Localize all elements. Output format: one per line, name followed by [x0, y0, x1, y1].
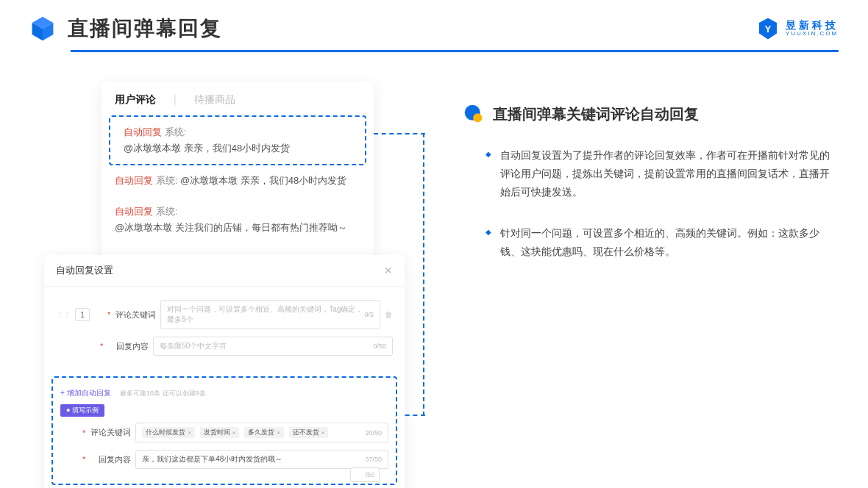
example-reply-count: 37/50 — [365, 456, 382, 463]
tag-remove-icon[interactable]: × — [321, 429, 325, 436]
page-title: 直播间弹幕回复 — [68, 15, 222, 43]
example-keyword-input[interactable]: 什么时候发货× 发货时间× 多久发货× 还不发货× 20/50 — [135, 423, 388, 442]
chat-bubble-icon — [463, 104, 484, 124]
svg-point-5 — [473, 113, 482, 122]
section-title: 直播间弹幕关键词评论自动回复 — [493, 104, 699, 124]
required-star-icon: * — [82, 428, 85, 437]
comment-text: @冰墩墩本墩 亲亲，我们48小时内发货 — [124, 140, 290, 157]
comment-text: @冰墩墩本墩 关注我们的店铺，每日都有热门推荐呦～ — [115, 220, 347, 236]
page-header: 直播间弹幕回复 Y 昱新科技 YUUXIN.COM — [0, 0, 868, 50]
add-hint: 最多可建10条 还可以创建9条 — [120, 390, 206, 397]
required-star-icon: * — [107, 310, 110, 319]
tab-pending-goods[interactable]: 待播商品 — [194, 93, 235, 107]
example-reply-text: 亲，我们这边都是下单48小时内发货的哦～ — [142, 454, 282, 464]
tag-remove-icon[interactable]: × — [232, 429, 236, 436]
keyword-tag[interactable]: 什么时候发货× — [142, 427, 195, 438]
reply-placeholder: 每条限50个中文字符 — [160, 341, 227, 351]
tag-remove-icon[interactable]: × — [188, 429, 191, 436]
right-column: 直播间弹幕关键词评论自动回复 自动回复设置为了提升作者的评论回复效率，作者可在开… — [434, 82, 839, 488]
comment-tabs: 用户评论 | 待播商品 — [102, 93, 374, 115]
keyword-config-row: ⋮⋮ 1 * 评论关键词 对同一个问题，可设置多个相近、高频的关键词，Tag确定… — [56, 300, 393, 329]
example-keyword-row: * 评论关键词 什么时候发货× 发货时间× 多久发货× 还不发货× 20/50 — [60, 423, 388, 442]
reply-field-label: 回复内容 — [107, 341, 149, 352]
trash-icon[interactable]: 🗑 — [385, 310, 393, 319]
comments-card: 用户评论 | 待播商品 自动回复 系统: @冰墩墩本墩 亲亲，我们48小时内发货… — [102, 82, 374, 258]
connector-line — [374, 133, 425, 134]
example-reply-label: 回复内容 — [90, 454, 131, 465]
svg-text:Y: Y — [765, 24, 772, 35]
reply-count: 0/50 — [373, 342, 386, 350]
example-keyword-count: 20/50 — [365, 429, 382, 437]
keyword-tag[interactable]: 还不发货× — [289, 427, 329, 438]
keyword-input[interactable]: 对同一个问题，可设置多个相近、高频的关键词，Tag确定，最多5个 0/5 — [160, 300, 380, 329]
cube-icon — [29, 15, 56, 42]
keyword-count: 0/5 — [364, 311, 374, 318]
bullet-item: 针对同一个问题，可设置多个相近的、高频的关键词。例如：这款多少钱、这块能优惠吗、… — [485, 224, 839, 261]
example-block: + 增加自动回复 最多可建10条 还可以创建9条 ● 填写示例 * 评论关键词 … — [51, 376, 397, 485]
reply-config-row: * 回复内容 每条限50个中文字符 0/50 — [56, 337, 393, 356]
drag-handle-icon[interactable]: ⋮⋮ — [56, 311, 71, 319]
bullet-item: 自动回复设置为了提升作者的评论回复效率，作者可在开播前针对常见的评论用户问题，提… — [485, 146, 839, 202]
required-star-icon: * — [82, 455, 85, 464]
feature-bullets: 自动回复设置为了提升作者的评论回复效率，作者可在开播前针对常见的评论用户问题，提… — [463, 146, 839, 261]
auto-reply-tag: 自动回复 — [124, 124, 162, 140]
auto-reply-tag: 自动回复 — [115, 173, 153, 189]
brand-name-en: YUUXIN.COM — [786, 31, 839, 37]
system-label: 系统: — [156, 173, 178, 189]
comment-text: @冰墩墩本墩 亲亲，我们48小时内发货 — [180, 173, 346, 189]
reply-input[interactable]: 每条限50个中文字符 0/50 — [153, 337, 393, 356]
close-icon[interactable]: ✕ — [384, 265, 393, 276]
example-badge: ● 填写示例 — [60, 404, 104, 417]
header-left: 直播间弹幕回复 — [29, 15, 222, 43]
tag-remove-icon[interactable]: × — [277, 429, 280, 436]
required-star-icon: * — [100, 342, 103, 351]
ghost-count: /50 — [350, 467, 380, 482]
comment-row: 自动回复 系统: @冰墩墩本墩 亲亲，我们48小时内发货 — [102, 165, 374, 196]
tag-container: 什么时候发货× 发货时间× 多久发货× 还不发货× — [142, 427, 331, 438]
comment-row: 自动回复 系统: @冰墩墩本墩 亲亲，我们48小时内发货 — [110, 117, 365, 164]
keyword-placeholder: 对同一个问题，可设置多个相近、高频的关键词，Tag确定，最多5个 — [167, 304, 364, 325]
comment-row: 自动回复 系统: @冰墩墩本墩 关注我们的店铺，每日都有热门推荐呦～ — [102, 196, 374, 243]
example-reply-input[interactable]: 亲，我们这边都是下单48小时内发货的哦～ 37/50 — [135, 450, 388, 469]
brand-logo: Y 昱新科技 YUUXIN.COM — [756, 17, 839, 40]
settings-header: 自动回复设置 ✕ — [44, 255, 405, 287]
example-reply-row: * 回复内容 亲，我们这边都是下单48小时内发货的哦～ 37/50 — [60, 450, 388, 469]
settings-card: 自动回复设置 ✕ ⋮⋮ 1 * 评论关键词 对同一个问题，可设置多个相近、高频的… — [44, 255, 405, 488]
section-head: 直播间弹幕关键词评论自动回复 — [463, 104, 839, 124]
example-keyword-label: 评论关键词 — [90, 427, 131, 438]
connector-line — [423, 133, 424, 416]
highlighted-comment: 自动回复 系统: @冰墩墩本墩 亲亲，我们48小时内发货 — [109, 115, 366, 165]
brand-icon: Y — [756, 17, 780, 40]
row-number-badge: 1 — [75, 308, 90, 321]
tab-user-comments[interactable]: 用户评论 — [115, 93, 156, 107]
add-auto-reply-link[interactable]: + 增加自动回复 — [60, 389, 111, 397]
brand-name-cn: 昱新科技 — [786, 20, 839, 31]
system-label: 系统: — [156, 204, 178, 220]
auto-reply-tag: 自动回复 — [115, 204, 153, 220]
keyword-field-label: 评论关键词 — [115, 309, 156, 320]
keyword-tag[interactable]: 多久发货× — [244, 427, 284, 438]
system-label: 系统: — [165, 124, 187, 140]
settings-title: 自动回复设置 — [56, 264, 113, 277]
keyword-tag[interactable]: 发货时间× — [200, 427, 240, 438]
left-column: 用户评论 | 待播商品 自动回复 系统: @冰墩墩本墩 亲亲，我们48小时内发货… — [44, 82, 405, 488]
